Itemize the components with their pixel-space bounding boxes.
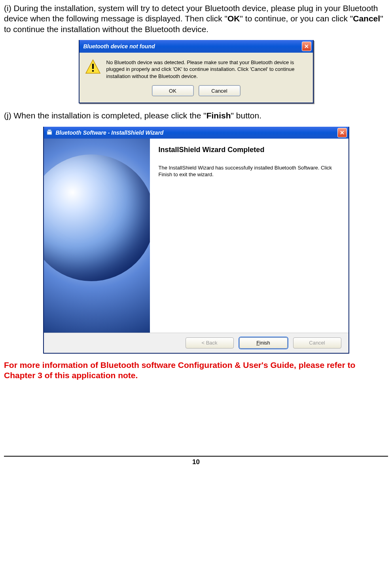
button-label: Finish bbox=[256, 340, 270, 346]
text: (j) When the installation is completed, … bbox=[4, 111, 206, 120]
dialog-not-found-wrapper: Bluetooth device not found ✕ No Bluetoot… bbox=[4, 40, 388, 104]
wizard-heading: InstallShield Wizard Completed bbox=[159, 146, 340, 154]
back-button[interactable]: < Back bbox=[186, 337, 234, 348]
svg-rect-4 bbox=[48, 129, 51, 131]
close-icon: ✕ bbox=[340, 129, 345, 136]
text-bold-cancel: Cancel bbox=[353, 14, 380, 23]
text-bold-finish: Finish bbox=[206, 111, 231, 120]
cancel-button[interactable]: Cancel bbox=[293, 337, 341, 348]
page-footer: 10 bbox=[4, 456, 388, 474]
wizard-button-row: < Back Finish Cancel bbox=[44, 333, 348, 353]
dialog-wizard-wrapper: Bluetooth Software - InstallShield Wizar… bbox=[4, 127, 388, 354]
close-button[interactable]: ✕ bbox=[337, 128, 347, 137]
dialog-button-row: OK Cancel bbox=[80, 82, 313, 103]
finish-button[interactable]: Finish bbox=[239, 337, 288, 348]
svg-rect-1 bbox=[92, 64, 94, 69]
highlighted-note: For more information of Bluetooth softwa… bbox=[4, 360, 388, 381]
ok-button[interactable]: OK bbox=[152, 85, 194, 96]
dialog-title: Bluetooth Software - InstallShield Wizar… bbox=[56, 129, 164, 136]
button-label: Cancel bbox=[309, 340, 325, 346]
dialog-body: InstallShield Wizard Completed The Insta… bbox=[44, 139, 348, 333]
globe-graphic bbox=[44, 154, 150, 281]
text: " button. bbox=[231, 111, 262, 120]
button-label: Cancel bbox=[211, 88, 227, 94]
paragraph-j: (j) When the installation is completed, … bbox=[4, 110, 388, 121]
dialog-bluetooth-not-found: Bluetooth device not found ✕ No Bluetoot… bbox=[79, 40, 314, 104]
wizard-side-image bbox=[44, 139, 150, 333]
dialog-body: No Bluetooth device was detected. Please… bbox=[80, 53, 313, 82]
text-bold-ok: OK bbox=[227, 14, 240, 23]
dialog-installshield-wizard: Bluetooth Software - InstallShield Wizar… bbox=[43, 127, 349, 354]
wizard-body-text: The InstallShield Wizard has successfull… bbox=[159, 164, 340, 178]
svg-rect-2 bbox=[92, 70, 94, 72]
wizard-content: InstallShield Wizard Completed The Insta… bbox=[150, 139, 348, 333]
button-label: OK bbox=[169, 88, 176, 94]
button-label: < Back bbox=[201, 340, 217, 346]
page-number: 10 bbox=[192, 458, 200, 466]
cancel-button[interactable]: Cancel bbox=[199, 85, 241, 96]
warning-icon bbox=[85, 59, 101, 75]
close-icon: ✕ bbox=[304, 43, 309, 50]
titlebar: Bluetooth Software - InstallShield Wizar… bbox=[44, 127, 348, 139]
dialog-message: No Bluetooth device was detected. Please… bbox=[106, 59, 307, 80]
installer-icon bbox=[46, 129, 53, 136]
text: " to continue, or you can click " bbox=[240, 14, 353, 23]
close-button[interactable]: ✕ bbox=[302, 42, 311, 51]
dialog-title: Bluetooth device not found bbox=[83, 43, 155, 50]
paragraph-i: (i) During the installation, system will… bbox=[4, 3, 388, 34]
titlebar: Bluetooth device not found ✕ bbox=[80, 40, 313, 53]
